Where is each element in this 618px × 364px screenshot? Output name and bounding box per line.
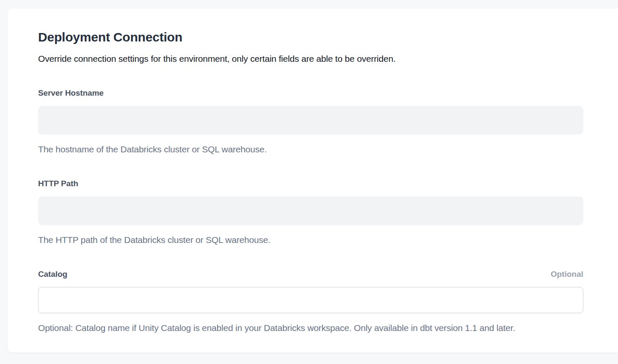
server-hostname-helper: The hostname of the Databricks cluster o…	[38, 143, 583, 155]
http-path-label: HTTP Path	[38, 179, 78, 189]
catalog-helper: Optional: Catalog name if Unity Catalog …	[38, 322, 583, 334]
deployment-connection-card: Deployment Connection Override connectio…	[8, 8, 618, 353]
http-path-input	[38, 196, 583, 225]
field-server-hostname: Server Hostname The hostname of the Data…	[38, 88, 583, 155]
field-http-path: HTTP Path The HTTP path of the Databrick…	[38, 179, 583, 245]
catalog-input[interactable]	[38, 287, 583, 313]
server-hostname-input	[38, 106, 583, 135]
server-hostname-label: Server Hostname	[38, 88, 104, 98]
page-title: Deployment Connection	[38, 29, 583, 45]
catalog-label: Catalog	[38, 269, 67, 279]
catalog-optional-tag: Optional	[551, 269, 583, 279]
http-path-helper: The HTTP path of the Databricks cluster …	[38, 234, 583, 245]
field-catalog: Catalog Optional Optional: Catalog name …	[38, 269, 583, 334]
page-subtitle: Override connection settings for this en…	[38, 53, 583, 64]
